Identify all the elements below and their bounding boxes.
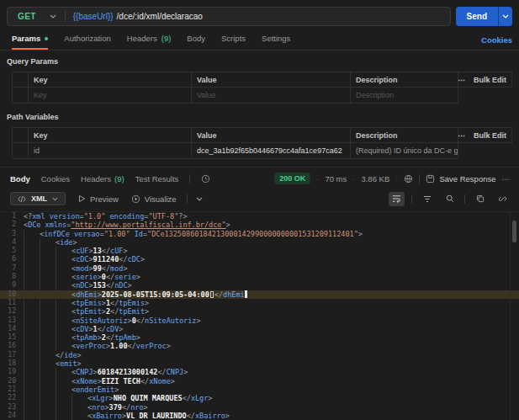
xml-line: 3<infDCe versao="1.00" Id="DCe1325086018…: [0, 230, 519, 238]
method-selector[interactable]: GET: [8, 12, 65, 21]
divider: [411, 194, 412, 204]
method-label: GET: [18, 12, 36, 21]
xml-line: 22<xLgr>NHO QUIM MARQUES</xLgr>: [0, 394, 519, 402]
preview-label: Preview: [90, 194, 119, 204]
tab-authorization[interactable]: Authorization: [64, 34, 110, 50]
save-response-button[interactable]: Save Response: [426, 174, 495, 183]
postman-request-panel: GET {{baseUrl}}/dce/:id/xml/declaracao S…: [0, 0, 519, 420]
scrollbar[interactable]: [510, 212, 519, 420]
col-key: Key: [29, 72, 192, 88]
wrap-text-button[interactable]: [389, 192, 405, 206]
table-row: [12, 88, 512, 104]
divider: [189, 174, 190, 183]
divider: [187, 194, 188, 204]
xml-line: 9<nDC>153</nDC>: [0, 281, 519, 290]
cookies-link[interactable]: Cookies: [481, 35, 512, 50]
key-cell[interactable]: id: [29, 143, 192, 159]
bulk-edit-button[interactable]: Bulk Edit: [474, 76, 506, 84]
save-icon: [426, 174, 435, 183]
value-input[interactable]: [197, 91, 345, 99]
link-button[interactable]: [495, 192, 511, 206]
xml-line: 5<cUF>13</cUF>: [0, 247, 519, 255]
code-icon: [18, 195, 26, 203]
response-tab-body[interactable]: Body: [10, 174, 30, 183]
divider: [0, 50, 519, 51]
send-options-button[interactable]: [498, 7, 512, 26]
chevron-down-icon: [52, 197, 58, 201]
xml-line: 4<ide>: [0, 238, 519, 247]
bulk-edit-cell: ⋯ Bulk Edit: [458, 72, 512, 88]
response-more-button[interactable]: ⋯: [502, 174, 511, 183]
filter-button[interactable]: [419, 192, 435, 206]
chevron-down-icon[interactable]: [196, 197, 203, 201]
tab-headers-label: Headers: [127, 34, 157, 43]
response-tab-cookies[interactable]: Cookies: [41, 174, 70, 183]
tab-body[interactable]: Body: [187, 34, 205, 50]
tab-authorization-label: Authorization: [64, 34, 110, 43]
query-params-table: Key Value Description ⋯ Bulk Edit: [12, 72, 512, 104]
visualize-button[interactable]: Visualize: [131, 194, 177, 204]
response-headers-count: (9): [114, 174, 124, 183]
preview-button[interactable]: Preview: [78, 194, 119, 204]
xml-line: 12<tpEmit>2</tpEmit>: [0, 307, 519, 316]
send-button[interactable]: Send: [456, 7, 498, 26]
format-selector[interactable]: XML: [10, 192, 66, 205]
description-input[interactable]: [356, 91, 453, 99]
xml-line: 15<tpAmb>2</tpAmb>: [0, 333, 519, 342]
xml-line: 17</ide>: [0, 351, 519, 359]
divider: [464, 194, 465, 204]
request-bar: GET {{baseUrl}}/dce/:id/xml/declaracao S…: [7, 7, 512, 26]
status-badge: 200 OK: [274, 173, 310, 184]
params-modified-dot: [45, 37, 48, 40]
headers-count-badge: (9): [162, 34, 172, 43]
more-options-button[interactable]: ⋯: [458, 131, 466, 140]
history-icon[interactable]: [201, 174, 210, 183]
url-group: GET {{baseUrl}}/dce/:id/xml/declaracao: [7, 7, 451, 26]
tab-scripts[interactable]: Scripts: [221, 34, 246, 50]
play-icon: [78, 194, 86, 203]
key-cell: [29, 88, 192, 104]
send-split-button: Send: [456, 7, 512, 26]
dot-separator: ·: [352, 174, 355, 183]
url-input[interactable]: {{baseUrl}}/dce/:id/xml/declaracao: [66, 12, 450, 21]
copy-button[interactable]: [472, 192, 488, 206]
tab-settings[interactable]: Settings: [262, 34, 290, 50]
url-path: /dce/:id/xml/declaracao: [117, 12, 203, 21]
tab-params-label: Params: [12, 34, 40, 43]
response-body-viewer[interactable]: 1<?xml version="1.0" encoding="UTF-8"?>2…: [0, 211, 519, 420]
visualize-label: Visualize: [145, 194, 177, 204]
bulk-edit-button[interactable]: Bulk Edit: [474, 131, 506, 140]
tab-params[interactable]: Params: [12, 34, 48, 50]
request-tabs: Params Authorization Headers (9) Body Sc…: [12, 34, 512, 50]
network-info-icon[interactable]: [404, 174, 413, 183]
response-meta: 200 OK · 70 ms · 3.86 KB · Save Response…: [274, 173, 511, 184]
response-size: 3.86 KB: [361, 174, 389, 183]
tab-headers[interactable]: Headers (9): [127, 34, 172, 50]
description-cell[interactable]: (Required) ID único da DC-e gerada pela …: [351, 143, 458, 159]
row-handle-cell: [12, 72, 29, 88]
value-cell[interactable]: dce_3a1b92f65b0446679cc4afa1ce97ca62: [192, 143, 351, 159]
table-header-row: Key Value Description ⋯ Bulk Edit: [12, 127, 512, 143]
xml-line: 10<dhEmi>2025-08-05T15:09:05-04:00</dhEm…: [0, 290, 519, 299]
response-tab-test-results[interactable]: Test Results: [135, 174, 179, 183]
xml-line: 20<xNome>EIZI TECH</xNome>: [0, 377, 519, 385]
scrollbar-thumb[interactable]: [512, 221, 516, 242]
empty-cell: [458, 88, 512, 104]
response-time: 70 ms: [325, 174, 347, 183]
response-tabs: Body Cookies Headers (9) Test Results: [10, 174, 210, 183]
response-tab-headers[interactable]: Headers (9): [81, 174, 124, 183]
chevron-down-icon: [50, 14, 56, 19]
format-label: XML: [31, 194, 47, 203]
row-handle-cell: [12, 127, 29, 143]
col-key: Key: [29, 127, 192, 143]
url-base-variable: {{baseUrl}}: [73, 12, 114, 21]
xml-line: 8<serie>0</serie>: [0, 273, 519, 281]
xml-line: 6<cDC>911240</cDC>: [0, 255, 519, 263]
divider: [419, 174, 420, 183]
response-header: Body Cookies Headers (9) Test Results 20…: [0, 167, 519, 188]
more-options-button[interactable]: ⋯: [458, 76, 466, 84]
key-input[interactable]: [34, 91, 186, 99]
search-button[interactable]: [442, 192, 458, 206]
code-lines: 1<?xml version="1.0" encoding="UTF-8"?>2…: [0, 212, 519, 420]
table-header-row: Key Value Description ⋯ Bulk Edit: [12, 72, 512, 88]
